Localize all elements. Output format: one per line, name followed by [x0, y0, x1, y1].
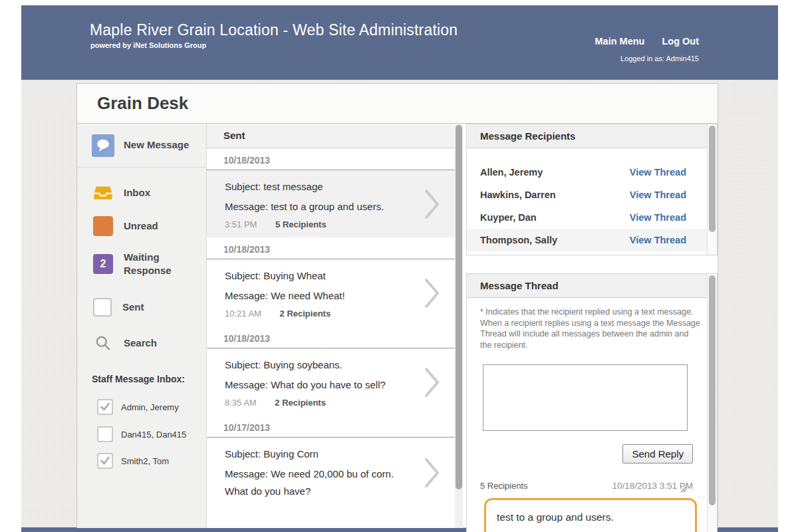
search-icon	[93, 333, 113, 353]
view-thread-link[interactable]: View Thread	[630, 190, 686, 200]
message-recipients-panel: Message Recipients Allen, Jeremy View Th…	[466, 124, 718, 255]
sidebar-item-search[interactable]: Search	[77, 326, 206, 360]
logged-in-as: Logged in as: Admin415	[620, 55, 699, 63]
thread-panel-title: Message Thread	[467, 274, 717, 298]
message-subject: Subject: Buying Wheat	[225, 267, 414, 285]
thread-meta: 5 Recipients 10/18/2013 3:51 PM	[480, 481, 693, 491]
sidebar: New Message Inbox Unread 2 Waiting Respo…	[77, 124, 207, 528]
sidebar-item-label: Search	[124, 336, 157, 350]
sent-message-item[interactable]: Subject: test message Message: test to a…	[207, 170, 455, 237]
chevron-right-icon	[424, 458, 440, 491]
sent-message-item[interactable]: Subject: Buying Corn Message: We need 20…	[207, 438, 455, 508]
sent-scrollbar	[455, 124, 463, 528]
reply-textarea[interactable]	[483, 364, 688, 431]
recipients-scrollbar	[707, 124, 717, 255]
recipient-name: Allen, Jeremy	[480, 167, 543, 178]
message-recipient-count: 5 Recipients	[275, 219, 327, 229]
send-reply-button[interactable]: Send Reply	[622, 444, 693, 464]
recipient-row-selected: Thompson, Sally View Thread	[467, 229, 717, 251]
reply-textarea-wrap	[467, 364, 688, 431]
message-time: 8:35 AM	[225, 398, 257, 408]
recipient-row: Allen, Jeremy View Thread	[467, 161, 717, 184]
date-header: 10/18/2013	[207, 237, 455, 259]
resize-grip-icon[interactable]	[680, 483, 687, 495]
sidebar-item-inbox[interactable]: Inbox	[77, 176, 206, 210]
card-title-bar: Grain Desk	[77, 84, 718, 124]
sent-message-item[interactable]: Subject: Buying soybeans. Message: What …	[207, 348, 455, 416]
sent-column: Sent 10/18/2013 Subject: test message Me…	[207, 124, 463, 528]
chevron-right-icon	[424, 189, 440, 222]
message-body: Message: We need 20,000 bu of corn. What…	[225, 466, 414, 500]
grain-desk-card: Grain Desk New Message Inbox	[76, 83, 718, 528]
staff-checkbox-row[interactable]: Smith2, Tom	[77, 448, 206, 474]
message-body: Message: What do you have to sell?	[225, 376, 414, 394]
sidebar-item-label: New Message	[124, 138, 189, 152]
sent-message-bubble: test to a group and users.	[484, 498, 697, 532]
message-subject: Subject: Buying Corn	[225, 446, 414, 463]
main-menu-link[interactable]: Main Menu	[595, 36, 645, 47]
sent-square-icon	[93, 298, 112, 317]
recipient-name: Kuyper, Dan	[480, 212, 537, 223]
staff-inbox-label: Staff Message Inbox:	[92, 374, 185, 384]
thread-scrollbar	[707, 274, 717, 532]
powered-by: powered by iNet Solutions Group	[90, 41, 206, 49]
staff-checkbox-row[interactable]: Dan415, Dan415	[77, 421, 206, 448]
message-meta: 8:35 AM 2 Recipients	[225, 398, 414, 408]
sent-scrollbar-thumb[interactable]	[456, 125, 462, 489]
recipient-row: Hawkins, Darren View Thread	[467, 184, 717, 206]
site-title: Maple River Grain Location - Web Site Ad…	[90, 21, 458, 39]
page-title: Grain Desk	[77, 84, 718, 114]
message-time: 3:51 PM	[225, 219, 257, 229]
sidebar-item-label: Waiting Response	[124, 251, 185, 278]
header-nav: Main Menu Log Out	[595, 36, 700, 47]
staff-name: Smith2, Tom	[121, 456, 169, 466]
message-meta: 10:21 AM 2 Recipients	[225, 309, 414, 319]
view-thread-link[interactable]: View Thread	[630, 212, 686, 223]
sidebar-item-label: Sent	[122, 301, 144, 314]
date-header: 10/18/2013	[207, 327, 455, 348]
checkbox-checked-icon[interactable]	[97, 399, 113, 415]
chevron-right-icon	[424, 367, 440, 400]
waiting-badge-icon: 2	[93, 254, 113, 274]
sidebar-item-label: Inbox	[124, 186, 150, 200]
recipient-name: Hawkins, Darren	[480, 190, 556, 200]
sent-column-title: Sent	[207, 124, 463, 148]
staff-name: Dan415, Dan415	[121, 430, 186, 440]
sidebar-item-new-message[interactable]: New Message	[77, 124, 206, 168]
view-thread-link[interactable]: View Thread	[630, 235, 686, 245]
checkbox-checked-icon[interactable]	[97, 453, 113, 469]
chat-bubble-icon	[92, 134, 114, 157]
recipient-name: Thompson, Sally	[480, 235, 557, 245]
sidebar-item-waiting-response[interactable]: 2 Waiting Response	[77, 245, 206, 283]
recipients-panel-title: Message Recipients	[467, 124, 717, 148]
sidebar-item-label: Unread	[124, 219, 158, 233]
thread-scrollbar-thumb[interactable]	[709, 275, 716, 505]
sidebar-item-unread[interactable]: Unread	[77, 209, 206, 243]
message-recipient-count: 2 Recipients	[275, 398, 326, 408]
inbox-tray-icon	[93, 183, 113, 203]
message-subject: Subject: Buying soybeans.	[225, 356, 414, 374]
message-time: 10:21 AM	[225, 309, 261, 319]
thread-recipient-count: 5 Recipients	[480, 481, 528, 491]
log-out-link[interactable]: Log Out	[662, 36, 699, 47]
staff-checkbox-row[interactable]: Admin, Jeremy	[77, 394, 206, 420]
date-header: 10/18/2013	[207, 148, 455, 170]
recipients-scrollbar-thumb[interactable]	[709, 126, 716, 232]
recipient-row: Kuyper, Dan View Thread	[467, 206, 717, 229]
message-subject: Subject: test message	[225, 178, 414, 196]
header: Maple River Grain Location - Web Site Ad…	[21, 5, 778, 80]
checkbox-unchecked-icon[interactable]	[97, 426, 113, 442]
view-thread-link[interactable]: View Thread	[630, 167, 686, 178]
staff-name: Admin, Jeremy	[121, 402, 179, 412]
recipients-list: Allen, Jeremy View Thread Hawkins, Darre…	[467, 148, 717, 251]
message-recipient-count: 2 Recipients	[280, 309, 331, 319]
chevron-right-icon	[424, 278, 440, 311]
sent-message-item[interactable]: Subject: Buying Wheat Message: We need W…	[207, 259, 455, 327]
message-thread-panel: Message Thread * Indicates that the reci…	[466, 273, 718, 532]
send-row: Send Reply	[467, 444, 693, 464]
page: Maple River Grain Location - Web Site Ad…	[0, 0, 798, 532]
sent-list: 10/18/2013 Subject: test message Message…	[207, 148, 455, 508]
sidebar-item-sent[interactable]: Sent	[77, 290, 206, 325]
unread-square-icon	[93, 216, 113, 236]
message-body: Message: We need Wheat!	[225, 287, 414, 305]
